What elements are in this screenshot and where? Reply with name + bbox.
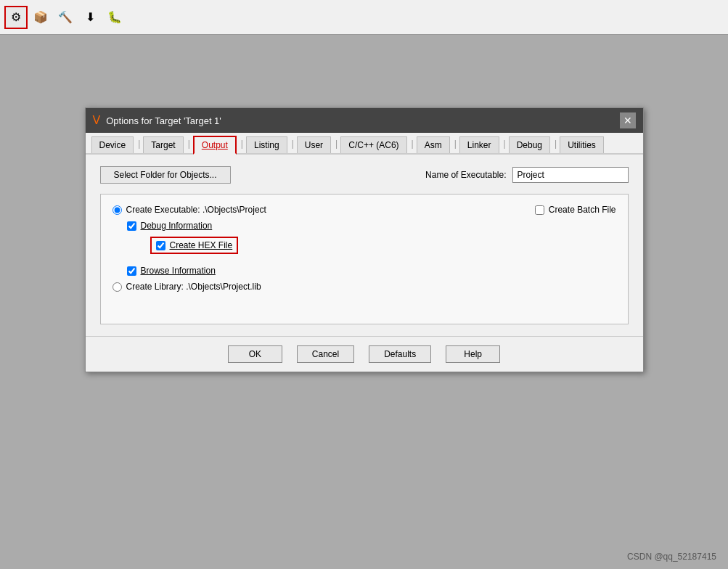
rebuild-button[interactable]: 🔨: [54, 6, 77, 29]
select-folder-button[interactable]: Select Folder for Objects...: [100, 166, 231, 184]
browse-info-checkbox[interactable]: [127, 266, 136, 276]
build-button[interactable]: 📦: [29, 6, 52, 29]
tab-listing[interactable]: Listing: [246, 136, 287, 153]
dialog-title: Options for Target 'Target 1': [106, 115, 221, 126]
toolbar: ⚙ 📦 🔨 ⬇ 🐛: [0, 0, 728, 35]
debug-button[interactable]: 🐛: [103, 6, 126, 29]
tab-utilities[interactable]: Utilities: [560, 136, 604, 153]
tab-separator-7: |: [451, 136, 459, 152]
options-panel: Create Batch File Create Executable: .\O…: [100, 194, 629, 324]
main-area: V Options for Target 'Target 1' ✕ Device…: [0, 35, 728, 569]
debug-info-label[interactable]: Debug Information: [141, 221, 213, 231]
create-hex-file-row: Create HEX File: [150, 237, 239, 254]
tab-debug[interactable]: Debug: [509, 136, 550, 153]
cancel-button[interactable]: Cancel: [297, 345, 354, 363]
watermark: CSDN @qq_52187415: [627, 552, 716, 562]
tab-separator-2: |: [185, 136, 193, 152]
create-executable-label[interactable]: Create Executable: .\Objects\Project: [126, 205, 266, 215]
tabs-row: Device | Target | Output | Listing | Use…: [86, 133, 643, 155]
create-batch-file-label[interactable]: Create Batch File: [549, 205, 616, 215]
create-batch-file-area: Create Batch File: [535, 205, 616, 215]
top-row: Select Folder for Objects... Name of Exe…: [100, 166, 629, 184]
tab-cpp[interactable]: C/C++ (AC6): [340, 136, 406, 153]
tab-separator-6: |: [409, 136, 417, 152]
tab-target[interactable]: Target: [143, 136, 183, 153]
dialog-content: Select Folder for Objects... Name of Exe…: [86, 155, 643, 336]
name-executable-row: Name of Executable:: [425, 167, 628, 183]
create-library-label[interactable]: Create Library: .\Objects\Project.lib: [126, 282, 261, 292]
target-options-button[interactable]: ⚙: [4, 6, 28, 29]
options-dialog: V Options for Target 'Target 1' ✕ Device…: [85, 107, 644, 372]
dialog-title-bar: V Options for Target 'Target 1' ✕: [86, 108, 643, 133]
create-batch-file-checkbox[interactable]: [535, 205, 544, 215]
tab-user[interactable]: User: [297, 136, 331, 153]
tab-asm[interactable]: Asm: [417, 136, 450, 153]
defaults-button[interactable]: Defaults: [369, 345, 431, 363]
browse-info-row: Browse Information: [127, 266, 616, 276]
name-executable-label: Name of Executable:: [425, 170, 506, 180]
dialog-buttons: OK Cancel Defaults Help: [86, 336, 643, 372]
tab-separator-1: |: [135, 136, 143, 152]
create-library-radio[interactable]: [113, 282, 122, 292]
tab-separator-3: |: [238, 136, 246, 152]
name-executable-input[interactable]: [512, 167, 629, 183]
tab-output[interactable]: Output: [193, 136, 237, 155]
help-button[interactable]: Help: [446, 345, 500, 363]
tab-linker[interactable]: Linker: [459, 136, 499, 153]
download-button[interactable]: ⬇: [78, 6, 102, 29]
download-icon: ⬇: [86, 10, 95, 24]
tab-separator-4: |: [289, 136, 297, 152]
tab-separator-9: |: [552, 136, 560, 152]
debug-info-row: Debug Information: [127, 221, 616, 231]
build-icon: 📦: [33, 10, 48, 24]
ok-button[interactable]: OK: [228, 345, 282, 363]
target-options-icon: ⚙: [11, 10, 21, 24]
tab-separator-5: |: [332, 136, 340, 152]
tab-device[interactable]: Device: [91, 136, 134, 153]
browse-info-label[interactable]: Browse Information: [141, 266, 216, 276]
create-executable-radio[interactable]: [113, 205, 122, 215]
create-hex-file-label[interactable]: Create HEX File: [170, 240, 233, 250]
create-hex-file-checkbox[interactable]: [156, 241, 165, 250]
dialog-app-icon: V: [93, 114, 101, 127]
rebuild-icon: 🔨: [58, 10, 73, 24]
dialog-close-button[interactable]: ✕: [620, 112, 636, 128]
create-library-row: Create Library: .\Objects\Project.lib: [113, 282, 616, 292]
debug-info-checkbox[interactable]: [127, 221, 136, 231]
debug-icon: 🐛: [107, 10, 122, 24]
dialog-title-left: V Options for Target 'Target 1': [93, 114, 221, 127]
tab-separator-8: |: [501, 136, 509, 152]
